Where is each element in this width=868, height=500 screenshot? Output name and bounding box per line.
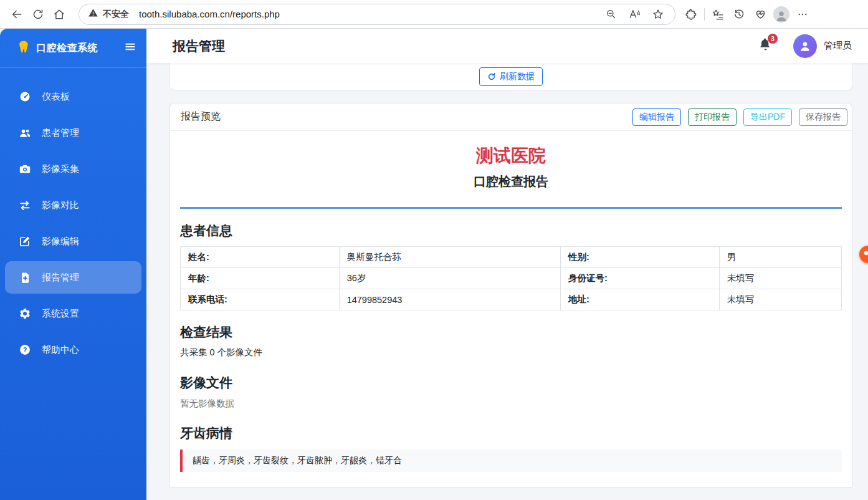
field-value: 14799852943 — [339, 289, 560, 310]
site-security[interactable]: 不安全 — [88, 7, 129, 21]
camera-icon — [19, 163, 31, 175]
field-value: 未填写 — [719, 268, 841, 289]
field-value: 36岁 — [339, 268, 560, 289]
hospital-name: 测试医院 — [180, 144, 842, 168]
back-icon[interactable] — [6, 4, 27, 25]
app-title: 口腔检查系统 — [36, 42, 118, 55]
compare-arrows-icon — [19, 199, 31, 211]
browser-toolbar: 不安全 tooth.silubaba.com.cn/reports.php — [0, 0, 868, 29]
warning-icon — [88, 7, 98, 21]
sidebar: 口腔检查系统 仪表板 患者管理 影像采集 — [0, 29, 146, 500]
address-bar[interactable]: 不安全 tooth.silubaba.com.cn/reports.php — [79, 4, 675, 25]
patient-info-heading: 患者信息 — [180, 222, 842, 239]
sidebar-item-dashboard[interactable]: 仪表板 — [5, 80, 141, 113]
field-label: 年龄: — [181, 268, 340, 289]
report-preview-card: 报告预览 编辑报告 打印报告 导出PDF 保存报告 测试医院 口腔检查报告 患者… — [169, 103, 852, 488]
security-label: 不安全 — [103, 9, 129, 20]
field-value: 奥斯曼托合荪 — [339, 247, 560, 268]
sidebar-item-help[interactable]: ? 帮助中心 — [5, 334, 141, 366]
read-aloud-icon[interactable] — [624, 4, 645, 25]
refresh-icon — [487, 72, 496, 81]
svg-text:?: ? — [23, 346, 27, 353]
refresh-data-button[interactable]: 刷新数据 — [479, 67, 543, 86]
sidebar-item-settings[interactable]: 系统设置 — [5, 297, 141, 330]
dental-condition-box: 龋齿，牙周炎，牙齿裂纹，牙齿脓肿，牙龈炎，错牙合 — [180, 450, 842, 472]
dental-condition-heading: 牙齿病情 — [180, 425, 842, 442]
sidebar-item-reports[interactable]: 报告管理 — [5, 261, 141, 294]
page-header: 报告管理 3 管理员 — [146, 29, 868, 63]
report-title: 口腔检查报告 — [180, 173, 842, 190]
main-area: 报告管理 3 管理员 刷新数据 — [146, 29, 868, 500]
sidebar-item-label: 患者管理 — [42, 127, 79, 139]
field-label: 性别: — [561, 247, 720, 268]
collections-icon[interactable] — [707, 4, 728, 25]
url-text[interactable]: tooth.silubaba.com.cn/reports.php — [139, 9, 600, 19]
sidebar-item-label: 帮助中心 — [42, 344, 79, 356]
exam-result-heading: 检查结果 — [180, 324, 842, 341]
sidebar-item-edit[interactable]: 影像编辑 — [5, 225, 141, 257]
app-window: 口腔检查系统 仪表板 患者管理 影像采集 — [0, 29, 868, 500]
sidebar-item-label: 系统设置 — [42, 308, 79, 320]
table-row: 姓名: 奥斯曼托合荪 性别: 男 — [181, 247, 842, 268]
field-value: 未填写 — [719, 289, 841, 310]
content-area: 刷新数据 报告预览 编辑报告 打印报告 导出PDF 保存报告 测试医院 口腔检查… — [146, 63, 868, 500]
report-preview-header: 报告预览 编辑报告 打印报告 导出PDF 保存报告 — [170, 103, 852, 131]
users-icon — [19, 127, 31, 139]
field-label: 身份证号: — [561, 268, 720, 289]
field-label: 联系电话: — [181, 289, 340, 310]
image-files-heading: 影像文件 — [180, 374, 842, 392]
edit-icon — [19, 235, 31, 248]
save-report-button[interactable]: 保存报告 — [799, 108, 847, 126]
table-row: 年龄: 36岁 身份证号: 未填写 — [181, 268, 842, 289]
help-icon: ? — [19, 344, 31, 356]
zoom-out-icon[interactable] — [600, 4, 621, 25]
edit-report-button[interactable]: 编辑报告 — [632, 108, 681, 126]
sidebar-header: 口腔检查系统 — [0, 29, 146, 68]
favorite-star-icon[interactable] — [647, 4, 669, 25]
sidebar-item-compare[interactable]: 影像对比 — [5, 189, 141, 221]
hamburger-icon[interactable] — [124, 41, 136, 55]
field-label: 姓名: — [181, 247, 340, 268]
refresh-card: 刷新数据 — [169, 63, 852, 90]
extensions-icon[interactable] — [680, 4, 702, 25]
history-icon[interactable] — [728, 4, 750, 25]
browser-essentials-icon[interactable] — [750, 4, 771, 25]
exam-result-text: 共采集 0 个影像文件 — [180, 347, 842, 358]
image-files-text: 暂无影像数据 — [180, 398, 842, 410]
notifications-button[interactable]: 3 — [759, 38, 772, 54]
report-body: 测试医院 口腔检查报告 患者信息 姓名: 奥斯曼托合荪 性别: 男 年龄: — [170, 131, 852, 488]
refresh-icon[interactable] — [27, 4, 49, 25]
sidebar-menu: 仪表板 患者管理 影像采集 影像对比 — [0, 68, 146, 370]
sidebar-item-label: 报告管理 — [42, 272, 79, 284]
sidebar-item-label: 仪表板 — [42, 91, 70, 103]
page-title: 报告管理 — [173, 37, 759, 55]
field-value: 男 — [719, 247, 841, 268]
export-pdf-button[interactable]: 导出PDF — [743, 108, 792, 126]
bell-icon — [759, 42, 772, 53]
toolbar-divider — [704, 8, 705, 21]
print-report-button[interactable]: 打印报告 — [688, 108, 737, 126]
field-label: 地址: — [561, 289, 720, 310]
sidebar-item-label: 影像对比 — [42, 200, 79, 211]
sidebar-item-label: 影像编辑 — [42, 236, 79, 248]
tooth-icon — [16, 40, 30, 56]
profile-icon[interactable] — [771, 4, 792, 25]
more-icon[interactable] — [792, 4, 813, 25]
notification-badge: 3 — [768, 34, 778, 44]
sidebar-item-label: 影像采集 — [42, 163, 79, 175]
title-divider — [180, 207, 842, 209]
sidebar-item-patients[interactable]: 患者管理 — [5, 117, 141, 149]
table-row: 联系电话: 14799852943 地址: 未填写 — [181, 289, 842, 310]
home-icon[interactable] — [49, 4, 70, 25]
patient-info-table: 姓名: 奥斯曼托合荪 性别: 男 年龄: 36岁 身份证号: 未填写 联 — [180, 246, 842, 310]
sidebar-item-capture[interactable]: 影像采集 — [5, 153, 141, 185]
gauge-icon — [19, 90, 31, 103]
panel-title: 报告预览 — [181, 110, 221, 123]
user-avatar[interactable] — [793, 34, 817, 58]
report-file-icon — [19, 271, 31, 284]
user-name[interactable]: 管理员 — [824, 40, 852, 52]
gear-icon — [19, 307, 31, 320]
